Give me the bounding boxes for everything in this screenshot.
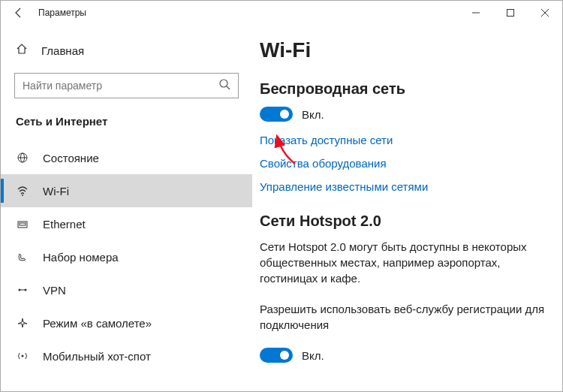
search-input[interactable] — [23, 80, 218, 92]
home-nav[interactable]: Главная — [1, 37, 252, 64]
globe-icon — [16, 152, 29, 164]
window-title: Параметры — [38, 8, 86, 18]
home-icon — [16, 43, 28, 58]
hotspot-toggle[interactable] — [260, 348, 293, 363]
window-controls — [459, 1, 562, 25]
sidebar-item-dialup[interactable]: Набор номера — [1, 240, 252, 273]
svg-line-5 — [227, 86, 230, 89]
manage-networks-link[interactable]: Управление известными сетями — [260, 180, 547, 193]
sidebar: Главная Сеть и Интернет Состояние Wi-Fi … — [1, 25, 252, 391]
titlebar: Параметры — [1, 1, 562, 25]
hotspot-toggle-label: Вкл. — [302, 349, 324, 362]
maximize-icon — [507, 9, 514, 17]
page-title: Wi-Fi — [260, 38, 547, 62]
ethernet-icon — [16, 218, 29, 230]
wireless-header: Беспроводная сеть — [260, 80, 547, 98]
wifi-icon — [16, 185, 29, 197]
sidebar-item-vpn[interactable]: VPN — [1, 273, 252, 306]
airplane-icon — [16, 317, 29, 329]
hotspot-allow-label: Разрешить использовать веб-службу регист… — [260, 301, 547, 333]
sidebar-item-label: Режим «в самолете» — [43, 317, 152, 330]
vpn-icon — [16, 284, 29, 296]
search-icon — [218, 78, 230, 93]
minimize-button[interactable] — [459, 1, 493, 25]
maximize-button[interactable] — [493, 1, 528, 25]
close-icon — [541, 9, 549, 17]
sidebar-item-airplane[interactable]: Режим «в самолете» — [1, 306, 252, 339]
svg-point-15 — [22, 355, 24, 357]
sidebar-item-label: Набор номера — [43, 251, 119, 264]
sidebar-item-hotspot[interactable]: Мобильный хот-спот — [1, 339, 252, 372]
content-pane: Wi-Fi Беспроводная сеть Вкл. Показать до… — [252, 25, 562, 391]
svg-point-9 — [22, 194, 23, 196]
main-area: Главная Сеть и Интернет Состояние Wi-Fi … — [1, 25, 562, 391]
sidebar-item-status[interactable]: Состояние — [1, 141, 252, 174]
sidebar-item-label: Wi-Fi — [43, 185, 69, 198]
arrow-left-icon — [13, 7, 25, 19]
sidebar-item-label: Мобильный хот-спот — [43, 350, 151, 363]
minimize-icon — [472, 9, 480, 17]
sidebar-item-wifi[interactable]: Wi-Fi — [1, 174, 252, 207]
category-label: Сеть и Интернет — [1, 115, 252, 128]
wifi-toggle[interactable] — [260, 107, 293, 122]
sidebar-item-label: Ethernet — [43, 218, 86, 231]
dialup-icon — [16, 251, 29, 263]
wifi-toggle-row: Вкл. — [260, 107, 547, 122]
svg-rect-11 — [20, 223, 26, 225]
svg-point-4 — [220, 80, 227, 87]
search-box[interactable] — [14, 73, 239, 98]
hotspot-description: Сети Hotspot 2.0 могут быть доступны в н… — [260, 239, 547, 286]
hotspot-toggle-row: Вкл. — [260, 348, 547, 363]
wifi-toggle-label: Вкл. — [302, 108, 324, 121]
hotspot-header: Сети Hotspot 2.0 — [260, 213, 547, 230]
home-label: Главная — [41, 44, 84, 57]
sidebar-item-label: VPN — [43, 284, 66, 297]
sidebar-item-label: Состояние — [43, 152, 99, 164]
hardware-properties-link[interactable]: Свойства оборудования — [260, 157, 547, 170]
show-networks-link[interactable]: Показать доступные сети — [260, 134, 547, 146]
close-button[interactable] — [528, 1, 562, 25]
sidebar-item-ethernet[interactable]: Ethernet — [1, 207, 252, 240]
svg-rect-1 — [507, 10, 514, 17]
back-button[interactable] — [1, 1, 37, 25]
hotspot-icon — [16, 350, 29, 362]
